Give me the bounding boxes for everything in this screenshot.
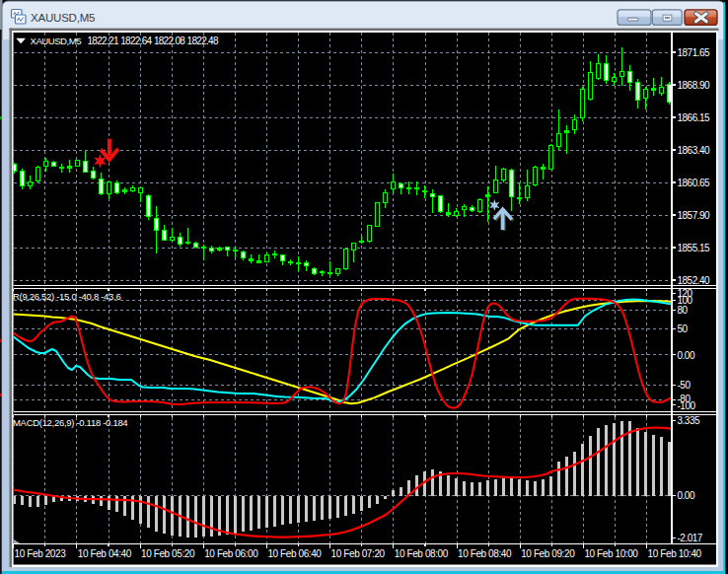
svg-text:10 Feb 2023: 10 Feb 2023 <box>15 548 67 559</box>
svg-text:10 Feb 10:40: 10 Feb 10:40 <box>648 548 702 559</box>
svg-text:80: 80 <box>678 305 689 316</box>
svg-text:MACD(12,26,9) -0.118 -0.184: MACD(12,26,9) -0.118 -0.184 <box>13 417 127 428</box>
svg-text:10 Feb 06:00: 10 Feb 06:00 <box>204 548 258 559</box>
svg-text:0.00: 0.00 <box>678 490 695 501</box>
svg-text:10 Feb 08:00: 10 Feb 08:00 <box>395 548 449 559</box>
svg-text:1860.65: 1860.65 <box>678 178 711 188</box>
svg-text:1857.90: 1857.90 <box>678 210 711 221</box>
svg-text:1852.40: 1852.40 <box>678 275 711 286</box>
svg-text:XAUUSD,M5: XAUUSD,M5 <box>31 12 95 24</box>
svg-text:10 Feb 09:20: 10 Feb 09:20 <box>521 548 575 559</box>
svg-text:50: 50 <box>678 323 689 334</box>
svg-text:-2.017: -2.017 <box>678 533 703 543</box>
svg-text:1822.21: 1822.21 <box>88 36 119 46</box>
svg-text:1822.08: 1822.08 <box>154 36 185 46</box>
svg-text:10 Feb 04:40: 10 Feb 04:40 <box>78 548 132 559</box>
svg-text:10 Feb 07:20: 10 Feb 07:20 <box>331 548 386 559</box>
svg-text:10 Feb 08:40: 10 Feb 08:40 <box>458 548 512 559</box>
svg-text:3.335: 3.335 <box>678 415 700 426</box>
svg-text:0.00: 0.00 <box>678 350 695 361</box>
svg-text:1855.15: 1855.15 <box>678 243 711 253</box>
svg-text:1871.65: 1871.65 <box>678 47 711 58</box>
svg-text:-100: -100 <box>678 400 696 411</box>
svg-text:1866.15: 1866.15 <box>678 112 711 123</box>
svg-text:1868.90: 1868.90 <box>678 80 711 91</box>
svg-text:1822.48: 1822.48 <box>187 36 219 46</box>
svg-text:XAUUSD,M5: XAUUSD,M5 <box>31 36 82 46</box>
svg-text:1822.64: 1822.64 <box>120 36 152 46</box>
svg-text:10 Feb 10:00: 10 Feb 10:00 <box>584 548 638 559</box>
svg-text:-50: -50 <box>678 380 692 391</box>
svg-text:1863.40: 1863.40 <box>678 145 711 156</box>
svg-text:10 Feb 06:40: 10 Feb 06:40 <box>267 548 322 559</box>
svg-text:10 Feb 05:20: 10 Feb 05:20 <box>141 548 195 559</box>
svg-text:R(9,26,52) -15.0 -40.8 -43.6: R(9,26,52) -15.0 -40.8 -43.6 <box>13 291 120 302</box>
